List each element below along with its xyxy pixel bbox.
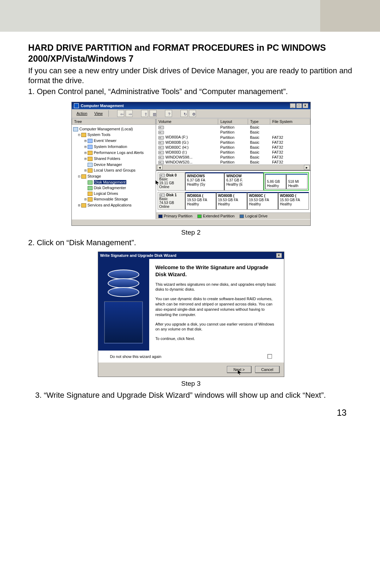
menu-view[interactable]: View (91, 111, 106, 116)
right-pane: Volume Layout Type File System Partition… (156, 118, 310, 219)
table-row[interactable]: WINDOWS98...PartitionBasicFAT32 (156, 155, 310, 160)
maximize-button[interactable]: □ (296, 103, 302, 108)
disk-row[interactable]: Disk 0Basic19.11 GBOnlineWINDOWS6.37 GB … (158, 172, 309, 191)
volume-icon (158, 156, 164, 159)
disk-icon (159, 174, 165, 177)
disk-layout[interactable]: Disk 0Basic19.11 GBOnlineWINDOWS6.37 GB … (156, 170, 310, 212)
partition[interactable]: 5.86 GBHealthy (265, 174, 286, 189)
close-button[interactable]: × (276, 253, 282, 258)
tree-header: Tree (72, 118, 156, 125)
table-row[interactable]: WD800A (F:)PartitionBasicFAT32 (156, 135, 310, 140)
tree-item[interactable]: Device Manager (94, 162, 122, 167)
step-3-caption: Step 3 (28, 380, 354, 388)
tree-item[interactable]: Shared Folders (94, 156, 120, 161)
wizard-title: Write Signature and Upgrade Disk Wizard (100, 253, 177, 258)
table-row[interactable]: WD800B (G:)PartitionBasicFAT32 (156, 140, 310, 145)
table-row[interactable]: PartitionBasic (156, 125, 310, 130)
h-scrollbar[interactable]: ◂▸ (156, 165, 310, 170)
col-type[interactable]: Type (248, 119, 270, 125)
tree-item[interactable]: Performance Logs and Alerts (94, 150, 144, 155)
wizard-p3: After you upgrade a disk, you cannot use… (156, 322, 278, 332)
partition[interactable]: WD800D (15.93 GB FAHealthy (278, 192, 309, 210)
cancel-button[interactable]: Cancel (255, 366, 280, 373)
partition[interactable]: WD800B (19.53 GB FAHealthy (216, 192, 247, 210)
wizard-titlebar[interactable]: Write Signature and Upgrade Disk Wizard … (98, 252, 284, 259)
wizard-sidebar-art (98, 259, 149, 351)
tree[interactable]: Computer Management (Local) ⊟System Tool… (72, 125, 156, 211)
volume-icon (158, 161, 164, 164)
tree-item[interactable]: System Information (94, 144, 127, 149)
table-row[interactable]: WINDOWS20...PartitionBasicFAT32 (156, 160, 310, 165)
tree-item[interactable]: Removable Storage (94, 197, 128, 201)
volume-icon (158, 141, 164, 144)
step-2-text: 2. Click on “Disk Management”. (28, 238, 354, 248)
menu-action[interactable]: Action (74, 111, 90, 116)
tree-item[interactable]: Disk Defragmenter (94, 186, 126, 190)
partition[interactable]: WD800C (19.53 GB FAHealthy (247, 192, 278, 210)
tree-services[interactable]: Services and Applications (88, 203, 132, 207)
wizard-p1: This wizard writes signatures on new dis… (156, 282, 278, 292)
next-button[interactable]: Next > (227, 366, 252, 373)
page-header-bar (0, 0, 380, 32)
step-1-text: 1. Open Control panel, “Administrative T… (28, 87, 354, 97)
volume-icon (158, 126, 164, 129)
intro-text: If you can see a new entry under Disk dr… (28, 66, 354, 86)
volume-icon (158, 136, 164, 140)
step-2-caption: Step 2 (28, 229, 354, 236)
tree-root[interactable]: Computer Management (Local) (80, 127, 133, 131)
app-icon (74, 103, 79, 108)
forward-button-icon[interactable]: ⇨ (126, 110, 133, 117)
dont-show-label: Do not show this wizard again (110, 354, 162, 359)
section-heading: HARD DRIVE PARTITION and FORMAT PROCEDUR… (28, 42, 354, 64)
tree-item[interactable]: Event Viewer (94, 138, 117, 143)
titlebar[interactable]: Computer Management _ □ × (72, 102, 310, 109)
volume-table[interactable]: Volume Layout Type File System Partition… (156, 118, 310, 165)
legend-primary: Primary Partition (164, 214, 192, 218)
settings-icon[interactable]: ⚙ (189, 110, 196, 117)
col-volume[interactable]: Volume (156, 119, 218, 125)
back-button-icon[interactable]: ⇦ (117, 110, 124, 117)
wizard-p4: To continue, click Next. (156, 336, 278, 341)
partition-legend: Primary Partition Extended Partition Log… (156, 212, 310, 219)
refresh-icon[interactable]: ↻ (180, 110, 188, 117)
status-bar (72, 219, 310, 225)
partition[interactable]: WD800A (19.53 GB FAHealthy (185, 192, 216, 210)
tree-system-tools[interactable]: System Tools (88, 132, 110, 137)
table-row[interactable]: PartitionBasic (156, 130, 310, 135)
partition[interactable]: WINDOWS6.37 GB FAHealthy (Sy (185, 172, 224, 191)
wizard-heading: Welcome to the Write Signature and Upgra… (156, 264, 278, 278)
properties-icon[interactable]: ? (165, 110, 172, 117)
minimize-button[interactable]: _ (290, 103, 296, 108)
partition[interactable]: WINDOW6.37 GB F.Healthy (E (224, 172, 264, 191)
volume-icon (158, 151, 164, 154)
disk-icon (159, 193, 165, 197)
wizard-dialog: Write Signature and Upgrade Disk Wizard … (98, 252, 284, 377)
dont-show-checkbox[interactable] (267, 354, 272, 359)
table-row[interactable]: WD800D (I:)PartitionBasicFAT32 (156, 150, 310, 155)
tree-pane: Tree Computer Management (Local) ⊟System… (72, 118, 156, 219)
page-number: 13 (28, 408, 354, 418)
partition[interactable]: 518 MIHealth (286, 174, 307, 189)
legend-extended: Extended Partition (203, 214, 235, 218)
tree-storage[interactable]: Storage (88, 174, 101, 178)
col-fs[interactable]: File System (270, 119, 310, 125)
tree-disk-management[interactable]: Disk Management (94, 180, 127, 184)
wizard-p2: You can use dynamic disks to create soft… (156, 296, 278, 317)
step-3-text: 3. “Write Signature and Upgrade Disk Wiz… (28, 390, 354, 401)
tree-item[interactable]: Logical Drives (94, 191, 118, 196)
volume-icon (158, 146, 164, 149)
tree-item[interactable]: Local Users and Groups (94, 168, 136, 172)
close-button[interactable]: × (303, 103, 308, 108)
col-layout[interactable]: Layout (218, 119, 248, 125)
volume-icon (158, 131, 164, 134)
computer-management-window: Computer Management _ □ × Action View ⇦ … (71, 102, 311, 226)
disk-row[interactable]: Disk 1Basic74.53 GBOnlineWD800A (19.53 G… (158, 192, 309, 210)
menubar: Action View ⇦ ⇨ ⇧ ▥ ? ↻ ⚙ (72, 109, 310, 118)
up-folder-icon[interactable]: ⇧ (141, 110, 148, 117)
table-row[interactable]: WD800C (H:)PartitionBasicFAT32 (156, 145, 310, 150)
show-hide-tree-icon[interactable]: ▥ (150, 110, 157, 117)
legend-logical: Logical Drive (245, 214, 268, 218)
window-title: Computer Management (81, 104, 124, 108)
